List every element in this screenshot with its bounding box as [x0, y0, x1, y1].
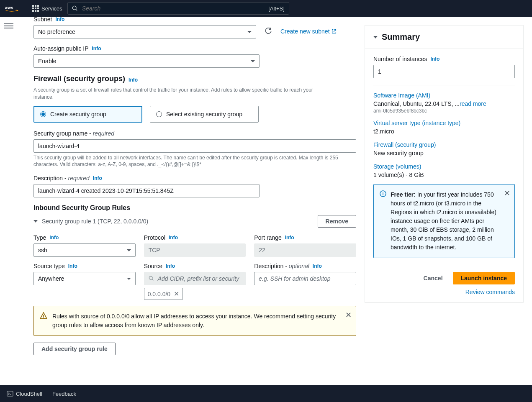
rule-desc-label: Description -	[254, 263, 288, 269]
dismiss-info-icon[interactable]: ✕	[504, 189, 510, 198]
review-commands-link[interactable]: Review commands	[465, 289, 515, 295]
firewall-desc: A security group is a set of firewall ru…	[33, 87, 326, 101]
required-text: required	[93, 130, 114, 137]
summary-title: Summary	[382, 32, 420, 42]
svg-point-3	[149, 277, 152, 280]
source-type-value: Anywhere	[38, 275, 64, 282]
num-instances-info[interactable]: Info	[430, 56, 439, 62]
side-nav-toggle[interactable]	[4, 22, 13, 29]
radio-icon	[40, 111, 46, 117]
external-link-icon	[331, 28, 337, 36]
num-instances-value: 1	[378, 68, 381, 75]
ami-id: ami-0fc5d935ebf8bc3bc	[373, 108, 515, 114]
source-type-select[interactable]: Anywhere	[33, 272, 136, 285]
svg-point-8	[383, 192, 383, 193]
radio-icon	[156, 111, 162, 117]
required-text: required	[68, 175, 89, 182]
select-sg-radio[interactable]: Select existing security group	[150, 106, 259, 123]
rule-title: Security group rule 1 (TCP, 22, 0.0.0.0/…	[42, 218, 148, 225]
auto-ip-select[interactable]: Enable	[33, 54, 260, 68]
protocol-input: TCP	[144, 243, 246, 257]
add-rule-button[interactable]: Add security group rule	[33, 343, 116, 355]
chevron-down-icon	[127, 278, 131, 280]
rule-type-label: Type	[33, 234, 46, 241]
read-more-link[interactable]: read more	[460, 100, 486, 107]
protocol-info[interactable]: Info	[169, 235, 178, 241]
protocol-label: Protocol	[144, 234, 165, 241]
auto-ip-label: Auto-assign public IP	[33, 45, 89, 52]
sg-name-label: Security group name -	[33, 130, 93, 137]
num-instances-label: Number of instances	[373, 56, 427, 62]
free-tier-text: In your first year includes 750 hours of…	[391, 191, 496, 251]
search-input[interactable]	[82, 5, 264, 12]
services-button[interactable]: Services	[32, 5, 62, 12]
ami-label[interactable]: Software Image (AMI)	[373, 92, 515, 99]
sg-name-value: launch-wizard-4	[38, 143, 80, 149]
chevron-down-icon	[251, 60, 255, 62]
search-icon	[149, 276, 154, 282]
subnet-value: No preference	[38, 28, 75, 35]
launch-instance-button[interactable]: Launch instance	[453, 272, 515, 284]
sg-name-input[interactable]: launch-wizard-4	[33, 139, 356, 153]
chevron-down-icon	[127, 249, 131, 251]
rule-desc-info[interactable]: Info	[313, 263, 322, 269]
protocol-value: TCP	[149, 247, 160, 253]
refresh-icon[interactable]	[265, 28, 272, 36]
rule-type-info[interactable]: Info	[49, 235, 59, 241]
grid-icon	[32, 5, 39, 12]
subnet-info-link[interactable]: Info	[55, 16, 64, 22]
sg-name-help: This security group will be added to all…	[33, 154, 356, 169]
create-sg-radio[interactable]: Create security group	[33, 106, 142, 123]
create-subnet-link[interactable]: Create new subnet	[280, 28, 337, 36]
storage-value: 1 volume(s) - 8 GiB	[373, 172, 515, 178]
storage-label[interactable]: Storage (volumes)	[373, 163, 515, 170]
firewall-summary-label[interactable]: Firewall (security group)	[373, 141, 515, 148]
inbound-heading: Inbound Security Group Rules	[33, 204, 356, 212]
rule-desc-input[interactable]: e.g. SSH for admin desktop	[254, 272, 356, 285]
optional-text: optional	[289, 263, 309, 269]
collapse-icon[interactable]	[33, 220, 38, 223]
remove-chip-icon[interactable]: ✕	[174, 290, 179, 298]
svg-line-4	[152, 279, 153, 281]
num-instances-input[interactable]: 1	[373, 65, 515, 78]
auto-ip-value: Enable	[38, 58, 57, 64]
port-info[interactable]: Info	[285, 235, 294, 241]
nav-divider	[27, 4, 27, 13]
rule-type-value: ssh	[38, 247, 47, 253]
svg-point-6	[43, 318, 44, 318]
sg-desc-value: launch-wizard-4 created 2023-10-29T15:55…	[38, 187, 174, 194]
subnet-select[interactable]: No preference	[33, 25, 256, 38]
warning-alert: Rules with source of 0.0.0.0/0 allow all…	[33, 306, 356, 336]
port-label: Port range	[254, 234, 281, 241]
warning-text: Rules with source of 0.0.0.0/0 allow all…	[52, 312, 350, 330]
svg-line-2	[76, 9, 77, 11]
cidr-value: 0.0.0.0/0	[148, 291, 171, 297]
collapse-icon[interactable]	[373, 36, 378, 38]
port-value: 22	[259, 247, 265, 253]
firewall-heading: Firewall (security groups)	[33, 74, 125, 83]
search-icon	[72, 5, 78, 11]
sg-desc-info-link[interactable]: Info	[93, 175, 102, 181]
source-placeholder: Add CIDR, prefix list or security	[158, 275, 239, 282]
source-type-info[interactable]: Info	[68, 263, 77, 269]
rule-type-select[interactable]: ssh	[33, 243, 136, 257]
ami-text: Canonical, Ubuntu, 22.04 LTS, ...	[373, 100, 460, 107]
cidr-chip: 0.0.0.0/0 ✕	[144, 288, 183, 300]
instance-type-label[interactable]: Virtual server type (instance type)	[373, 120, 515, 126]
auto-ip-info-link[interactable]: Info	[92, 46, 101, 51]
select-sg-label: Select existing security group	[166, 111, 242, 118]
source-info[interactable]: Info	[166, 263, 175, 269]
instance-type-value: t2.micro	[373, 128, 515, 135]
firewall-info-link[interactable]: Info	[129, 77, 138, 83]
dismiss-warning-icon[interactable]: ✕	[345, 310, 352, 320]
remove-rule-button[interactable]: Remove	[318, 215, 356, 228]
firewall-summary-value: New security group	[373, 150, 515, 156]
source-type-label: Source type	[33, 263, 65, 269]
svg-text:aws: aws	[5, 5, 13, 10]
services-label: Services	[41, 5, 62, 12]
sg-desc-input[interactable]: launch-wizard-4 created 2023-10-29T15:55…	[33, 184, 260, 197]
global-search[interactable]: [Alt+S]	[67, 2, 289, 15]
subnet-label: Subnet	[33, 16, 52, 23]
aws-logo[interactable]: aws	[5, 4, 22, 13]
cancel-button[interactable]: Cancel	[419, 272, 448, 284]
